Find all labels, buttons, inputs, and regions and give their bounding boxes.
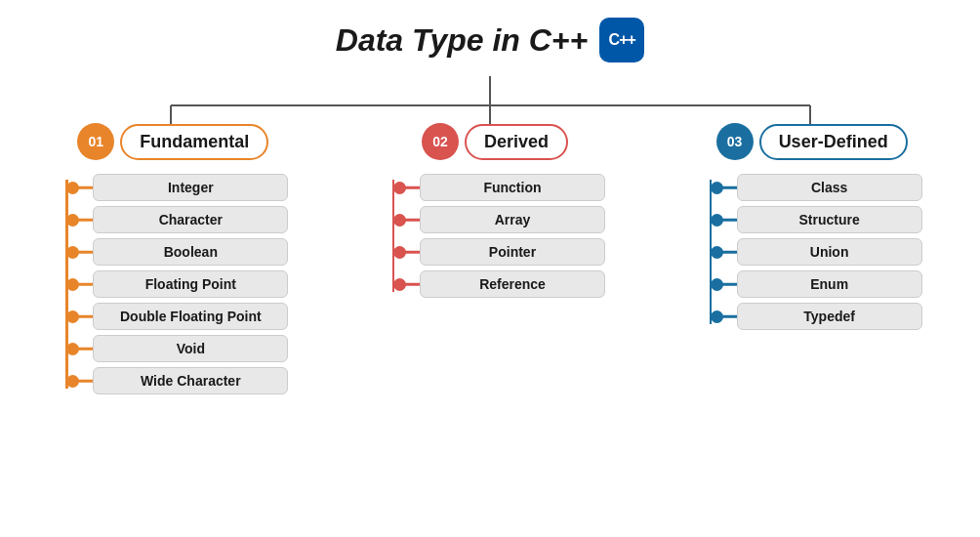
list-item: Integer <box>93 174 288 201</box>
item-box: Integer <box>93 174 288 201</box>
derived-items-list: Function Array Pointer Reference <box>385 174 605 298</box>
list-item: Typedef <box>737 303 922 330</box>
list-item: Union <box>737 238 922 266</box>
main-layout: 01 Fundamental Integer Character <box>0 123 980 394</box>
title-area: Data Type in C++ C++ <box>0 0 980 62</box>
list-item: Array <box>420 206 605 233</box>
item-box: Void <box>93 335 288 362</box>
fundamental-column: 01 Fundamental Integer Character <box>58 123 288 394</box>
list-item: Floating Point <box>93 270 288 298</box>
item-dot <box>393 214 406 227</box>
derived-column: 02 Derived Function Array <box>385 123 605 298</box>
item-box: Reference <box>420 270 605 298</box>
cpp-logo-icon: C++ <box>599 18 644 62</box>
derived-num: 02 <box>422 123 459 160</box>
page-title: Data Type in C++ <box>336 22 588 59</box>
item-box: Typedef <box>737 303 922 330</box>
item-box: Boolean <box>93 238 288 266</box>
item-box: Class <box>737 174 922 201</box>
item-dot <box>711 182 723 194</box>
item-dot <box>66 278 79 291</box>
fundamental-label: Fundamental <box>120 124 268 160</box>
fundamental-header: 01 Fundamental <box>77 123 268 160</box>
item-box: Array <box>420 206 605 233</box>
user-defined-column: 03 User-Defined Class Structure <box>702 123 922 330</box>
item-dot <box>66 246 79 259</box>
list-item: Function <box>420 174 605 201</box>
list-item: Enum <box>737 270 922 298</box>
item-box: Floating Point <box>93 270 288 298</box>
item-box: Union <box>737 238 922 266</box>
item-box: Wide Character <box>93 367 288 394</box>
item-dot <box>66 310 79 323</box>
item-box: Double Floating Point <box>93 303 288 330</box>
item-dot <box>711 246 723 259</box>
item-dot <box>66 214 79 227</box>
derived-header: 02 Derived <box>422 123 568 160</box>
fundamental-items-list: Integer Character Boolean Floating Point <box>58 174 288 394</box>
item-box: Character <box>93 206 288 233</box>
user-defined-num: 03 <box>716 123 754 160</box>
item-dot <box>66 182 79 194</box>
item-box: Structure <box>737 206 922 233</box>
derived-items-wrapper: Function Array Pointer Reference <box>385 174 605 298</box>
fundamental-items-wrapper: Integer Character Boolean Floating Point <box>58 174 288 394</box>
item-box: Pointer <box>420 238 605 266</box>
item-dot <box>66 343 79 355</box>
list-item: Structure <box>737 206 922 233</box>
user-defined-items-list: Class Structure Union Enum <box>702 174 922 330</box>
page-container: Data Type in C++ C++ 01 Fundamental <box>0 0 980 537</box>
item-dot <box>711 278 723 291</box>
item-box: Function <box>420 174 605 201</box>
fundamental-num: 01 <box>77 123 114 160</box>
list-item: Character <box>93 206 288 233</box>
list-item: Pointer <box>420 238 605 266</box>
list-item: Reference <box>420 270 605 298</box>
item-dot <box>711 214 723 227</box>
item-dot <box>711 310 723 323</box>
item-box: Enum <box>737 270 922 298</box>
list-item: Boolean <box>93 238 288 266</box>
user-defined-label: User-Defined <box>759 124 908 160</box>
list-item: Double Floating Point <box>93 303 288 330</box>
item-dot <box>393 246 406 259</box>
user-defined-header: 03 User-Defined <box>716 123 908 160</box>
derived-label: Derived <box>465 124 568 160</box>
list-item: Class <box>737 174 922 201</box>
user-defined-items-wrapper: Class Structure Union Enum <box>702 174 922 330</box>
list-item: Void <box>93 335 288 362</box>
item-dot <box>393 182 406 194</box>
list-item: Wide Character <box>93 367 288 394</box>
item-dot <box>393 278 406 291</box>
item-dot <box>66 375 79 388</box>
